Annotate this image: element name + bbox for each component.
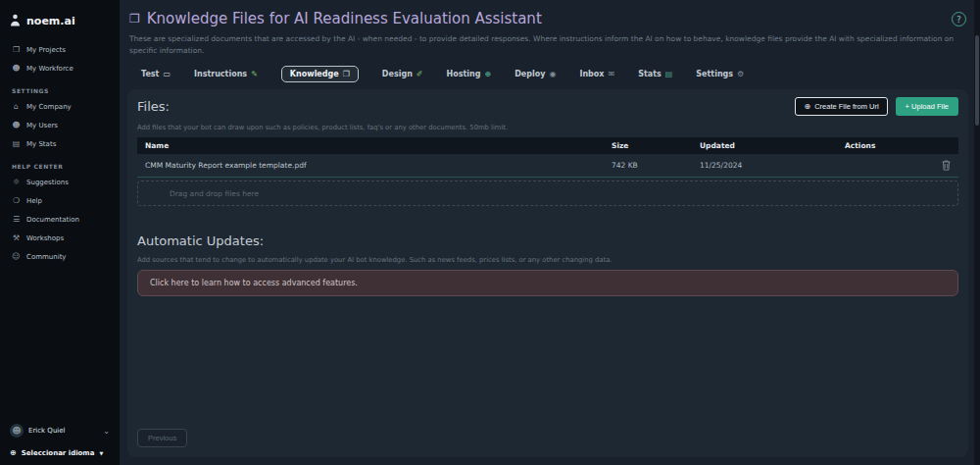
help-center-section-header: HELP CENTER: [0, 153, 120, 173]
files-table-header: Name Size Updated Actions: [137, 137, 958, 154]
settings-gear-icon: ⚙: [737, 70, 744, 78]
sidebar-item-my-company[interactable]: ⌂ My Company: [0, 97, 120, 116]
tab-instructions[interactable]: Instructions ✎: [194, 67, 258, 81]
sidebar-item-community[interactable]: ☺ Community: [0, 247, 120, 266]
sidebar-item-label: My Projects: [26, 46, 66, 54]
sidebar-item-label: My Users: [26, 122, 58, 129]
logo-text: noem.ai: [26, 15, 75, 27]
files-hint: Add files that your bot can draw upon su…: [137, 124, 958, 131]
sidebar: noem.ai ❒ My Projects ☻ My Workforce SET…: [0, 0, 120, 465]
settings-section-header: SETTINGS: [0, 78, 120, 97]
sidebar-item-label: Help: [26, 197, 42, 205]
tab-design[interactable]: Design ✐: [382, 67, 423, 81]
tab-test[interactable]: Test ▭: [141, 67, 171, 81]
tab-bar: Test ▭ Instructions ✎ Knowledge ❐ Design…: [141, 66, 966, 82]
page-title: Knowledge Files for AI Readiness Evaluat…: [147, 10, 542, 27]
globe-icon: ⊕: [10, 448, 17, 457]
sidebar-item-label: Suggestions: [26, 179, 69, 186]
scrollbar[interactable]: [974, 0, 980, 465]
file-size: 742 KB: [612, 161, 700, 170]
sidebar-item-label: Community: [26, 253, 67, 261]
column-header-size: Size: [612, 141, 700, 150]
tab-hosting[interactable]: Hosting ⊕: [447, 67, 492, 81]
community-icon: ☺: [12, 252, 21, 261]
help-bubble-icon: ❍: [12, 196, 21, 205]
suggestions-icon: ☼: [12, 178, 21, 186]
noem-logo-icon: [10, 12, 21, 30]
file-updated: 11/25/2024: [700, 161, 845, 170]
automatic-updates-hint: Add sources that tend to change to autom…: [137, 256, 958, 264]
sidebar-item-label: My Workforce: [26, 65, 74, 73]
previous-button[interactable]: Previous: [137, 429, 187, 447]
scrollbar-thumb[interactable]: [975, 35, 979, 126]
instructions-icon: ✎: [251, 70, 258, 78]
caret-down-icon: ▼: [99, 450, 103, 456]
workshops-icon: ⚒: [12, 233, 21, 242]
app-window: noem.ai ❒ My Projects ☻ My Workforce SET…: [0, 0, 980, 465]
documentation-icon: ☰: [12, 215, 21, 224]
tab-settings[interactable]: Settings ⚙: [696, 67, 744, 81]
delete-file-button[interactable]: [942, 160, 951, 171]
language-selector[interactable]: ⊕ Seleccionar idioma ▼: [0, 443, 120, 459]
upload-file-button[interactable]: + Upload File: [896, 97, 958, 116]
stats-icon: ▤: [12, 139, 21, 148]
sidebar-item-help[interactable]: ❍ Help: [0, 191, 120, 210]
stats-chart-icon: ▤: [665, 70, 673, 78]
globe-icon: ⊕: [804, 102, 810, 111]
user-menu[interactable]: ☻ Erick Quiel ⌄: [0, 418, 120, 443]
sidebar-item-my-projects[interactable]: ❒ My Projects: [0, 40, 120, 59]
company-icon: ⌂: [12, 102, 21, 111]
sidebar-item-documentation[interactable]: ☰ Documentation: [0, 210, 120, 229]
file-dropzone[interactable]: Drag and drop files here: [137, 181, 958, 206]
page-description: These are specialized documents that are…: [129, 33, 966, 56]
sidebar-item-label: Documentation: [26, 216, 79, 224]
sidebar-item-suggestions[interactable]: ☼ Suggestions: [0, 173, 120, 191]
sidebar-item-label: My Stats: [26, 140, 56, 148]
tab-stats[interactable]: Stats ▤: [638, 67, 672, 81]
inbox-mail-icon: ✉: [609, 70, 615, 78]
help-badge-button[interactable]: ?: [952, 12, 966, 26]
sidebar-item-my-stats[interactable]: ▤ My Stats: [0, 134, 120, 153]
panel-spacer: [137, 296, 958, 429]
tab-deploy[interactable]: Deploy ◉: [514, 67, 556, 81]
chevron-down-icon: ⌄: [103, 427, 110, 436]
hosting-globe-icon: ⊕: [485, 70, 492, 78]
tab-inbox[interactable]: Inbox ✉: [579, 67, 614, 81]
sidebar-item-my-workforce[interactable]: ☻ My Workforce: [0, 59, 120, 78]
design-icon: ✐: [416, 70, 423, 78]
dropzone-label: Drag and drop files here: [170, 189, 259, 198]
column-header-updated: Updated: [700, 141, 845, 150]
sidebar-item-label: My Company: [26, 103, 72, 111]
automatic-updates-heading: Automatic Updates:: [137, 233, 958, 248]
knowledge-files-icon: ❐: [129, 12, 140, 26]
users-icon: ☻: [12, 121, 21, 129]
column-header-actions: Actions: [845, 141, 951, 150]
knowledge-copy-icon: ❐: [343, 70, 350, 78]
files-heading: Files:: [137, 99, 170, 114]
file-name: CMM Maturity Report example template.pdf: [145, 161, 612, 170]
workforce-icon: ☻: [12, 64, 21, 73]
logo[interactable]: noem.ai: [0, 10, 120, 40]
sidebar-item-workshops[interactable]: ⚒ Workshops: [0, 229, 120, 247]
projects-icon: ❒: [12, 45, 21, 54]
avatar: ☻: [10, 424, 24, 438]
files-header-row: Files: ⊕ Create File from Url + Upload F…: [137, 97, 958, 116]
advanced-features-banner[interactable]: Click here to learn how to access advanc…: [137, 270, 958, 296]
language-label: Seleccionar idioma: [22, 449, 95, 457]
sidebar-item-label: Workshops: [26, 234, 64, 242]
test-monitor-icon: ▭: [163, 70, 171, 78]
main-content: ❐ Knowledge Files for AI Readiness Evalu…: [120, 0, 980, 465]
user-name: Erick Quiel: [28, 427, 66, 435]
sidebar-item-my-users[interactable]: ☻ My Users: [0, 116, 120, 134]
table-row: CMM Maturity Report example template.pdf…: [137, 154, 958, 178]
create-file-from-url-button[interactable]: ⊕ Create File from Url: [795, 97, 887, 116]
trash-icon: [942, 160, 951, 171]
sidebar-spacer: [0, 266, 120, 418]
files-actions: ⊕ Create File from Url + Upload File: [795, 97, 958, 116]
deploy-icon: ◉: [549, 70, 556, 78]
page-header: ❐ Knowledge Files for AI Readiness Evalu…: [127, 8, 968, 27]
column-header-name: Name: [145, 141, 612, 150]
tab-knowledge[interactable]: Knowledge ❐: [281, 66, 359, 82]
knowledge-panel: Files: ⊕ Create File from Url + Upload F…: [127, 89, 968, 457]
